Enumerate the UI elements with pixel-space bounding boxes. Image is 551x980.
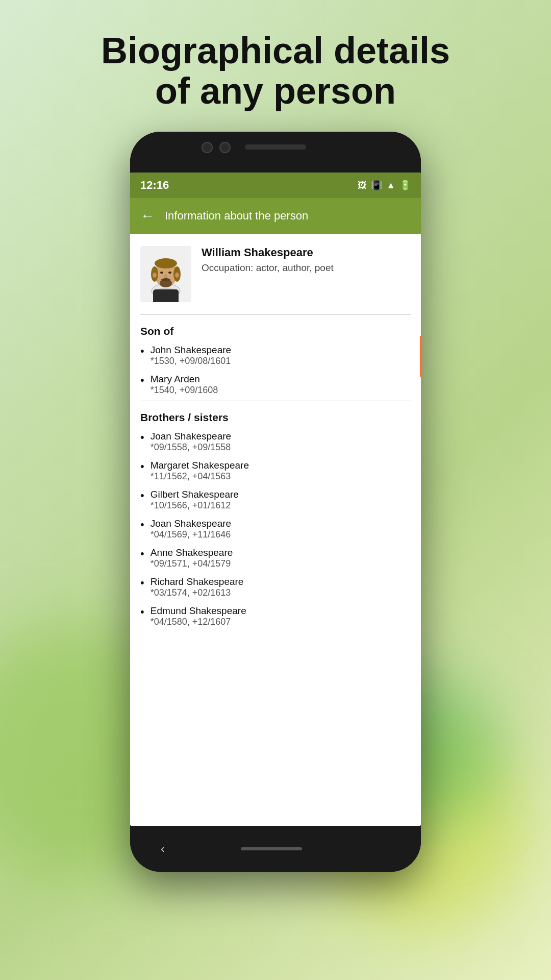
list-item: Joan Shakespeare *09/1558, +09/1558: [140, 431, 411, 453]
list-item: Anne Shakespeare *09/1571, +04/1579: [140, 547, 411, 569]
list-item: Gilbert Shakespeare *10/1566, +01/1612: [140, 489, 411, 511]
nav-home-bar[interactable]: [241, 847, 302, 850]
svg-point-11: [161, 278, 170, 281]
siblings-section: Brothers / sisters Joan Shakespeare *09/…: [130, 401, 421, 632]
svg-point-4: [155, 258, 177, 268]
speaker: [245, 144, 306, 150]
parents-list: John Shakespeare *1530, +09/08/1601 Mary…: [140, 345, 411, 396]
son-of-title: Son of: [140, 325, 411, 337]
phone-screen: 12:16 🖼 📳 ▲ 🔋 ← Information about the pe…: [130, 173, 421, 826]
profile-info: William Shakespeare Occupation: actor, a…: [202, 246, 334, 274]
siblings-title: Brothers / sisters: [140, 411, 411, 424]
profile-section: William Shakespeare Occupation: actor, a…: [130, 234, 421, 314]
battery-icon: 🔋: [399, 180, 411, 191]
siblings-list: Joan Shakespeare *09/1558, +09/1558 Marg…: [140, 431, 411, 627]
profile-occupation: Occupation: actor, author, poet: [202, 262, 334, 274]
gallery-icon: 🖼: [358, 180, 367, 191]
son-of-section: Son of John Shakespeare *1530, +09/08/16…: [130, 315, 421, 401]
content-area: William Shakespeare Occupation: actor, a…: [130, 234, 421, 826]
status-time: 12:16: [140, 179, 169, 192]
nav-back-icon[interactable]: ‹: [161, 842, 165, 856]
page-headline: Biographical details of any person: [70, 31, 481, 111]
list-item: Edmund Shakespeare *04/1580, +12/1607: [140, 605, 411, 627]
svg-point-8: [168, 272, 171, 274]
camera-left: [202, 142, 213, 153]
svg-rect-2: [153, 289, 179, 302]
back-button[interactable]: ←: [140, 208, 155, 224]
portrait-svg: [140, 246, 191, 302]
avatar: [140, 246, 191, 302]
vibrate-icon: 📳: [371, 180, 382, 191]
status-bar: 12:16 🖼 📳 ▲ 🔋: [130, 173, 421, 198]
list-item: Richard Shakespeare *03/1574, +02/1613: [140, 576, 411, 598]
screen-title: Information about the person: [165, 209, 308, 223]
list-item: Mary Arden *1540, +09/1608: [140, 374, 411, 396]
top-app-bar: ← Information about the person: [130, 198, 421, 234]
wifi-icon: ▲: [386, 180, 395, 191]
profile-name: William Shakespeare: [202, 246, 334, 259]
side-button: [420, 336, 421, 377]
list-item: John Shakespeare *1530, +09/08/1601: [140, 345, 411, 366]
list-item: Margaret Shakespeare *11/1562, +04/1563: [140, 460, 411, 482]
camera-right: [219, 142, 231, 153]
phone-nav-bar: ‹: [130, 826, 421, 872]
phone-top-bar: [130, 132, 421, 173]
svg-point-7: [160, 272, 163, 274]
svg-point-12: [153, 273, 157, 278]
phone-frame: 12:16 🖼 📳 ▲ 🔋 ← Information about the pe…: [130, 132, 421, 872]
status-icons: 🖼 📳 ▲ 🔋: [358, 180, 411, 191]
list-item: Joan Shakespeare *04/1569, +11/1646: [140, 518, 411, 540]
svg-point-9: [164, 275, 167, 279]
svg-point-13: [175, 273, 179, 278]
